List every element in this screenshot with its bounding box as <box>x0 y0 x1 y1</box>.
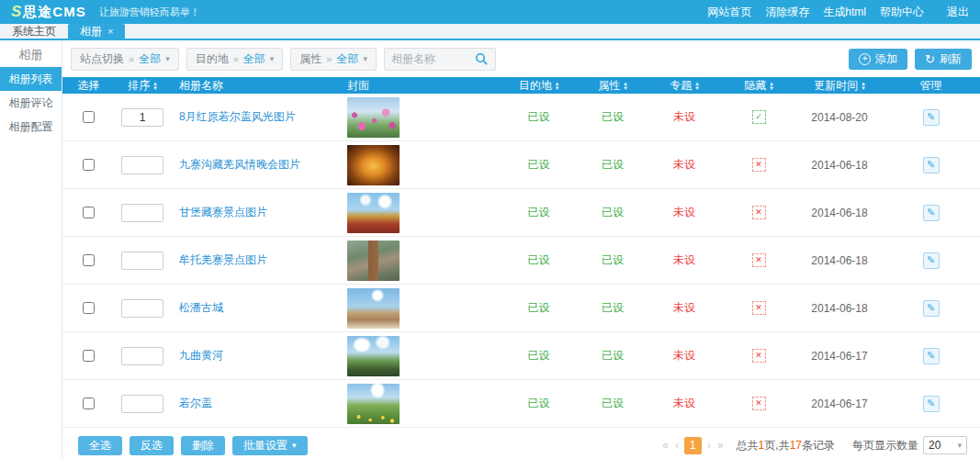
destination-dropdown[interactable]: 目的地 » 全部 ▾ <box>186 48 284 71</box>
top-header-bar: S 思途CMS 让旅游营销轻而易举！ 网站首页 清除缓存 生成html 帮助中心… <box>0 0 980 24</box>
hidden-toggle-icon[interactable]: ✕ <box>752 253 766 267</box>
invert-selection-button[interactable]: 反选 <box>130 436 174 455</box>
column-header-attribute[interactable]: 属性 ▴▾ <box>577 77 648 94</box>
circle-plus-icon: + <box>859 53 871 65</box>
hidden-toggle-icon[interactable]: ✕ <box>752 158 766 172</box>
tab-album-active[interactable]: 相册 × <box>68 24 125 39</box>
sidebar-item-album-settings[interactable]: 相册配置 <box>0 115 62 139</box>
site-switch-dropdown[interactable]: 站点切换 » 全部 ▾ <box>71 48 179 71</box>
menu-site-home[interactable]: 网站首页 <box>707 5 751 20</box>
tab-system-home[interactable]: 系统主页 <box>0 24 68 39</box>
row-checkbox[interactable] <box>83 302 95 314</box>
topic-status: 未设 <box>673 348 695 364</box>
sidebar: 相册 相册列表 相册评论 相册配置 <box>0 40 62 459</box>
topic-status: 未设 <box>673 252 695 268</box>
album-cover-image[interactable] <box>347 288 400 329</box>
column-header-name: 相册名称 <box>170 77 321 94</box>
row-checkbox[interactable] <box>83 111 95 123</box>
album-cover-image[interactable] <box>347 241 400 281</box>
hidden-toggle-icon[interactable]: ✕ <box>752 397 766 410</box>
menu-clear-cache[interactable]: 清除缓存 <box>765 5 809 20</box>
menu-logout[interactable]: 退出 <box>947 5 969 20</box>
pagination-current-page[interactable]: 1 <box>684 437 702 454</box>
column-header-updated[interactable]: 更新时间 ▴▾ <box>797 77 882 94</box>
hidden-toggle-icon[interactable]: ✕ <box>752 349 766 363</box>
album-name-link[interactable]: 九寨沟藏羌风情晚会图片 <box>179 157 300 173</box>
column-header-topic[interactable]: 专题 ▴▾ <box>648 77 720 94</box>
edit-icon[interactable]: ✎ <box>923 300 940 317</box>
search-input[interactable] <box>391 52 470 65</box>
pagination: « ‹ 1 › » 总共1页,共17条记录 每页显示数量 20 ▾ <box>661 436 967 454</box>
table-row: 牟托羌寨景点图片 已设 已设 未设 ✕ 2014-06-18 ✎ <box>62 237 980 285</box>
pagination-first-icon[interactable]: « <box>661 439 670 452</box>
pagination-last-icon[interactable]: » <box>716 439 725 452</box>
destination-value: 全部 <box>243 51 265 67</box>
album-search-box <box>384 48 496 71</box>
add-button[interactable]: + 添加 <box>849 49 907 70</box>
album-name-link[interactable]: 松潘古城 <box>179 300 223 316</box>
search-icon[interactable] <box>474 51 489 66</box>
sort-order-input[interactable] <box>121 108 163 127</box>
sort-order-input[interactable] <box>121 252 163 270</box>
row-checkbox[interactable] <box>83 254 95 266</box>
row-checkbox[interactable] <box>83 397 95 409</box>
refresh-button[interactable]: ↻ 刷新 <box>915 49 972 70</box>
sort-order-input[interactable] <box>121 395 163 413</box>
tab-close-icon[interactable]: × <box>107 26 113 37</box>
edit-icon[interactable]: ✎ <box>923 348 940 364</box>
edit-icon[interactable]: ✎ <box>923 109 940 126</box>
sort-order-input[interactable] <box>121 156 163 174</box>
edit-icon[interactable]: ✎ <box>923 157 940 174</box>
column-header-manage: 管理 <box>882 77 980 94</box>
attribute-status: 已设 <box>602 205 624 220</box>
album-name-link[interactable]: 甘堡藏寨景点图片 <box>179 205 267 220</box>
batch-settings-button[interactable]: 批量设置 ▾ <box>232 436 308 455</box>
menu-generate-html[interactable]: 生成html <box>823 5 866 20</box>
delete-button[interactable]: 删除 <box>181 436 225 455</box>
destination-status: 已设 <box>528 252 550 268</box>
album-cover-image[interactable] <box>347 145 400 185</box>
table-header: 选择 排序 ▴▾ 相册名称 封面 目的地 ▴▾ 属性 ▴▾ 专题 ▴▾ 隐藏 ▴… <box>62 77 980 94</box>
column-label: 专题 <box>670 78 692 94</box>
select-all-button[interactable]: 全选 <box>78 436 122 455</box>
album-name-link[interactable]: 牟托羌寨景点图片 <box>179 252 267 268</box>
album-name-link[interactable]: 若尔盖 <box>179 396 212 411</box>
column-header-sort[interactable]: 排序 ▴▾ <box>115 77 170 94</box>
pagination-next-icon[interactable]: › <box>706 439 712 452</box>
destination-status: 已设 <box>528 109 550 125</box>
album-cover-image[interactable] <box>347 384 400 424</box>
column-label: 管理 <box>920 78 942 94</box>
sort-order-input[interactable] <box>121 299 163 318</box>
hidden-toggle-icon[interactable]: ✕ <box>752 206 766 219</box>
album-name-link[interactable]: 九曲黄河 <box>179 348 223 364</box>
column-header-destination[interactable]: 目的地 ▴▾ <box>501 77 577 94</box>
menu-help-center[interactable]: 帮助中心 <box>880 5 924 20</box>
row-checkbox[interactable] <box>83 350 95 362</box>
table-row: 8月红原若尔盖风光图片 已设 已设 未设 ✓ 2014-08-20 ✎ <box>62 94 980 141</box>
column-header-hidden[interactable]: 隐藏 ▴▾ <box>720 77 797 94</box>
attribute-dropdown[interactable]: 属性 » 全部 ▾ <box>290 48 377 71</box>
sidebar-item-album-list[interactable]: 相册列表 <box>0 67 62 91</box>
table-row: 松潘古城 已设 已设 未设 ✕ 2014-06-18 ✎ <box>62 285 980 332</box>
album-cover-image[interactable] <box>347 97 400 138</box>
attribute-label: 属性 <box>299 51 321 67</box>
row-checkbox[interactable] <box>83 207 95 218</box>
sidebar-item-album-comments[interactable]: 相册评论 <box>0 91 62 115</box>
sort-arrows-icon: ▴▾ <box>153 81 157 90</box>
edit-icon[interactable]: ✎ <box>923 205 940 221</box>
hidden-toggle-icon[interactable]: ✓ <box>752 110 766 124</box>
edit-icon[interactable]: ✎ <box>923 252 940 269</box>
sort-order-input[interactable] <box>121 347 163 365</box>
pagination-prev-icon[interactable]: ‹ <box>674 439 680 452</box>
bottom-action-bar: 全选 反选 删除 批量设置 ▾ « ‹ 1 › » 总共1页,共17条记录 每页… <box>62 431 980 459</box>
destination-status: 已设 <box>528 348 550 364</box>
updated-date: 2014-06-18 <box>811 207 867 219</box>
row-checkbox[interactable] <box>83 159 95 171</box>
album-cover-image[interactable] <box>347 193 400 233</box>
hidden-toggle-icon[interactable]: ✕ <box>752 301 766 315</box>
album-name-link[interactable]: 8月红原若尔盖风光图片 <box>179 109 296 125</box>
album-cover-image[interactable] <box>347 336 400 376</box>
edit-icon[interactable]: ✎ <box>923 396 940 412</box>
per-page-select[interactable]: 20 ▾ <box>923 436 967 454</box>
sort-order-input[interactable] <box>121 204 163 222</box>
